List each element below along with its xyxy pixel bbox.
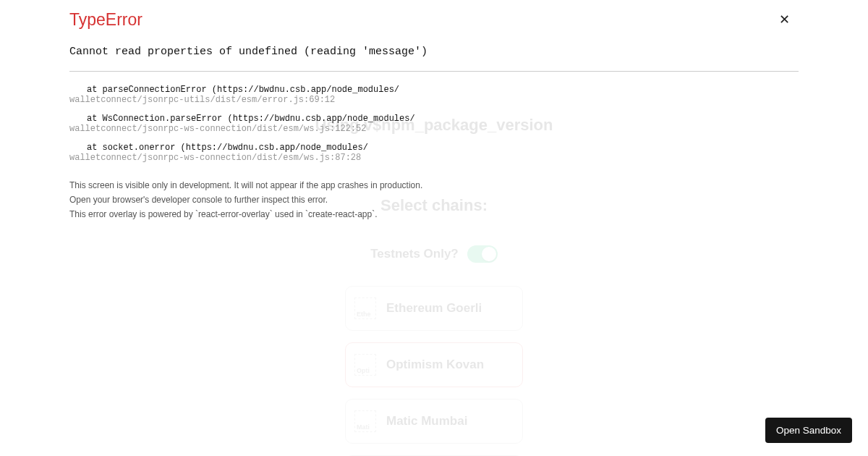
error-divider <box>69 71 799 72</box>
error-message: Cannot read properties of undefined (rea… <box>69 46 799 58</box>
error-title: TypeError <box>69 10 799 30</box>
stack-source: walletconnect/jsonrpc-ws-connection/dist… <box>69 153 799 163</box>
open-sandbox-button[interactable]: Open Sandbox <box>765 418 852 443</box>
close-icon[interactable]: ✕ <box>779 13 790 26</box>
stack-frame: at parseConnectionError (https://bwdnu.c… <box>69 85 799 105</box>
footnote-line: This screen is visible only in developme… <box>69 179 799 192</box>
footnote-line: Open your browser's developer console to… <box>69 193 799 206</box>
footnote-line: This error overlay is powered by `react-… <box>69 208 799 221</box>
stack-trace: at parseConnectionError (https://bwdnu.c… <box>69 85 799 163</box>
error-overlay: ✕ TypeError Cannot read properties of un… <box>0 0 868 456</box>
stack-location: at WsConnection.parseError (https://bwdn… <box>69 114 799 124</box>
stack-source: walletconnect/jsonrpc-utils/dist/esm/err… <box>69 95 799 105</box>
stack-source: walletconnect/jsonrpc-ws-connection/dist… <box>69 124 799 134</box>
error-footnote: This screen is visible only in developme… <box>69 179 799 221</box>
stack-frame: at WsConnection.parseError (https://bwdn… <box>69 114 799 134</box>
stack-location: at parseConnectionError (https://bwdnu.c… <box>69 85 799 95</box>
stack-location: at socket.onerror (https://bwdnu.csb.app… <box>69 143 799 153</box>
stack-frame: at socket.onerror (https://bwdnu.csb.app… <box>69 143 799 163</box>
